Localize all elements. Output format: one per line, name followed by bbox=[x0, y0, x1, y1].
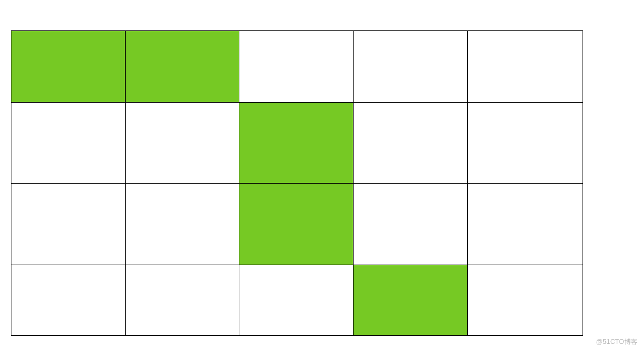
grid-cell-r3-c2 bbox=[239, 265, 354, 336]
grid-cell-r0-c0 bbox=[11, 31, 126, 103]
grid-container bbox=[11, 30, 583, 336]
watermark-text: @51CTO博客 bbox=[596, 337, 637, 347]
grid-cell-r3-c1 bbox=[126, 265, 239, 336]
grid-table bbox=[11, 30, 583, 336]
grid-cell-r2-c0 bbox=[11, 184, 126, 265]
grid-cell-r3-c4 bbox=[468, 265, 583, 336]
grid-cell-r0-c4 bbox=[468, 31, 583, 103]
grid-cell-r1-c1 bbox=[126, 103, 239, 184]
grid-cell-r3-c0 bbox=[11, 265, 126, 336]
grid-cell-r1-c3 bbox=[354, 103, 468, 184]
grid-cell-r0-c2 bbox=[239, 31, 354, 103]
grid-cell-r1-c0 bbox=[11, 103, 126, 184]
grid-cell-r0-c1 bbox=[126, 31, 239, 103]
grid-cell-r1-c4 bbox=[468, 103, 583, 184]
grid-cell-r2-c3 bbox=[354, 184, 468, 265]
grid-cell-r2-c4 bbox=[468, 184, 583, 265]
grid-cell-r3-c3 bbox=[354, 265, 468, 336]
grid-cell-r2-c1 bbox=[126, 184, 239, 265]
grid-cell-r1-c2 bbox=[239, 103, 354, 184]
grid-cell-r2-c2 bbox=[239, 184, 354, 265]
grid-cell-r0-c3 bbox=[354, 31, 468, 103]
